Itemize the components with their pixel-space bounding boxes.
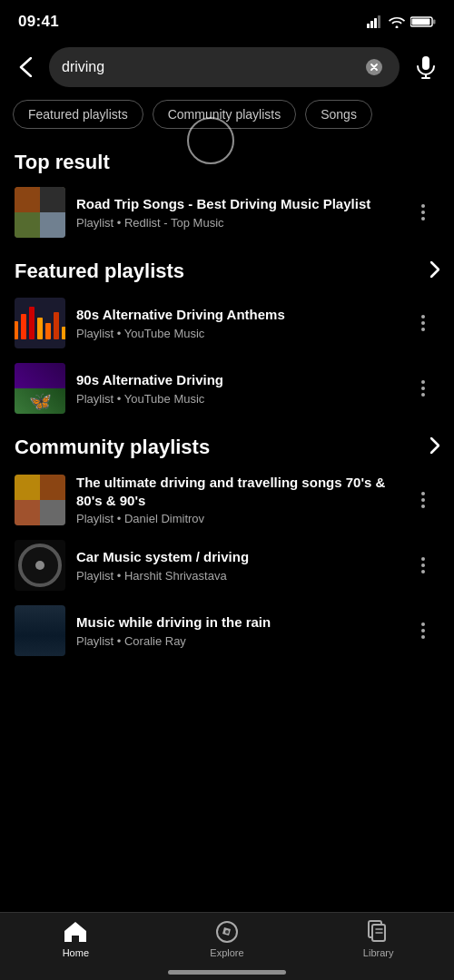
back-button[interactable] <box>11 53 40 82</box>
library-icon <box>367 920 390 944</box>
nav-item-explore[interactable]: Explore <box>191 920 263 958</box>
nav-item-library[interactable]: Library <box>342 920 415 958</box>
svg-point-23 <box>421 557 425 561</box>
item-info: Music while driving in the rain Playlist… <box>76 613 396 648</box>
item-menu-button[interactable] <box>407 549 439 582</box>
community-playlists-title: Community playlists <box>15 436 210 459</box>
search-bar: driving <box>0 40 454 94</box>
list-item[interactable]: 🦋 90s Alternative Driving Playlist • You… <box>0 356 454 421</box>
svg-point-11 <box>421 204 425 208</box>
item-subtitle: Playlist • Redlist - Top Music <box>76 216 396 230</box>
item-menu-button[interactable] <box>407 372 439 405</box>
svg-point-16 <box>421 328 425 331</box>
nav-library-label: Library <box>363 947 394 958</box>
item-menu-button[interactable] <box>407 307 439 339</box>
explore-icon <box>215 920 239 944</box>
svg-rect-8 <box>422 56 429 70</box>
item-thumbnail-driving-70s <box>15 475 65 525</box>
top-result-section: Top result <box>0 138 454 180</box>
top-result-title: Top result <box>15 151 439 174</box>
community-playlists-arrow[interactable] <box>430 437 439 458</box>
item-title: Music while driving in the rain <box>76 613 396 632</box>
item-thumbnail-80s <box>15 298 65 348</box>
svg-point-15 <box>421 321 425 325</box>
svg-rect-5 <box>412 19 430 25</box>
svg-point-27 <box>421 629 425 632</box>
main-content: Top result Road Trip Songs - Best Drivin… <box>0 138 454 754</box>
svg-rect-2 <box>374 18 377 28</box>
nav-home-label: Home <box>63 947 89 958</box>
item-info: 80s Alternative Driving Anthems Playlist… <box>76 306 396 340</box>
svg-point-31 <box>225 930 229 934</box>
clear-button[interactable] <box>361 54 387 80</box>
item-subtitle: Playlist • Harshit Shrivastava <box>76 569 396 583</box>
nav-explore-label: Explore <box>210 947 243 958</box>
list-item[interactable]: Car Music system / driving Playlist • Ha… <box>0 533 454 598</box>
svg-point-25 <box>421 570 425 573</box>
item-title: 90s Alternative Driving <box>76 371 396 389</box>
svg-point-28 <box>421 635 425 639</box>
featured-playlists-section-header: Featured playlists <box>0 245 454 290</box>
item-info: The ultimate driving and travelling song… <box>76 474 396 525</box>
svg-rect-3 <box>378 15 380 28</box>
item-menu-button[interactable] <box>407 196 439 229</box>
list-item[interactable]: Road Trip Songs - Best Driving Music Pla… <box>0 180 454 245</box>
item-subtitle: Playlist • YouTube Music <box>76 392 396 406</box>
filter-tabs: Featured playlists Community playlists S… <box>0 94 454 138</box>
community-playlists-section-header: Community playlists <box>0 421 454 466</box>
item-title: Car Music system / driving <box>76 548 396 566</box>
svg-point-20 <box>421 492 425 495</box>
featured-playlists-arrow[interactable] <box>430 261 439 282</box>
status-icons <box>367 15 436 28</box>
svg-point-13 <box>421 217 425 220</box>
item-thumbnail-90s: 🦋 <box>15 363 65 414</box>
list-item[interactable]: Music while driving in the rain Playlist… <box>0 598 454 663</box>
svg-point-21 <box>421 498 425 502</box>
item-subtitle: Playlist • Daniel Dimitrov <box>76 512 396 525</box>
item-thumbnail-car-music <box>15 540 65 591</box>
featured-playlists-title: Featured playlists <box>15 260 184 283</box>
item-info: 90s Alternative Driving Playlist • YouTu… <box>76 371 396 406</box>
home-indicator <box>168 970 286 975</box>
wifi-icon <box>389 15 405 28</box>
svg-point-19 <box>421 393 425 397</box>
svg-point-14 <box>421 315 425 318</box>
item-thumbnail-road-trip <box>15 187 65 238</box>
nav-item-home[interactable]: Home <box>39 920 112 958</box>
item-info: Car Music system / driving Playlist • Ha… <box>76 548 396 583</box>
svg-rect-0 <box>367 24 370 28</box>
microphone-button[interactable] <box>409 50 443 84</box>
home-icon <box>64 920 87 944</box>
search-input-container[interactable]: driving <box>49 47 400 87</box>
list-item[interactable]: The ultimate driving and travelling song… <box>0 466 454 533</box>
item-info: Road Trip Songs - Best Driving Music Pla… <box>76 195 396 230</box>
svg-point-22 <box>421 505 425 508</box>
item-title: Road Trip Songs - Best Driving Music Pla… <box>76 195 396 213</box>
item-subtitle: Playlist • Coralie Ray <box>76 634 396 648</box>
battery-icon <box>410 15 436 28</box>
svg-rect-1 <box>370 21 373 28</box>
svg-point-12 <box>421 211 425 214</box>
item-thumbnail-rain <box>15 605 65 656</box>
item-title: The ultimate driving and travelling song… <box>76 474 396 509</box>
svg-point-26 <box>421 622 425 626</box>
svg-point-17 <box>421 380 425 384</box>
item-menu-button[interactable] <box>407 484 439 516</box>
tab-songs[interactable]: Songs <box>305 100 372 129</box>
status-bar: 09:41 <box>0 0 454 40</box>
list-item[interactable]: 80s Alternative Driving Anthems Playlist… <box>0 290 454 356</box>
item-menu-button[interactable] <box>407 614 439 647</box>
svg-point-24 <box>421 564 425 567</box>
item-title: 80s Alternative Driving Anthems <box>76 306 396 324</box>
signal-icon <box>367 15 383 28</box>
tab-community-playlists[interactable]: Community playlists <box>153 100 296 129</box>
svg-point-18 <box>421 387 425 390</box>
item-subtitle: Playlist • YouTube Music <box>76 327 396 340</box>
tab-featured-playlists[interactable]: Featured playlists <box>13 100 143 129</box>
svg-rect-6 <box>433 20 436 24</box>
search-input[interactable]: driving <box>62 59 354 75</box>
status-time: 09:41 <box>18 13 59 31</box>
